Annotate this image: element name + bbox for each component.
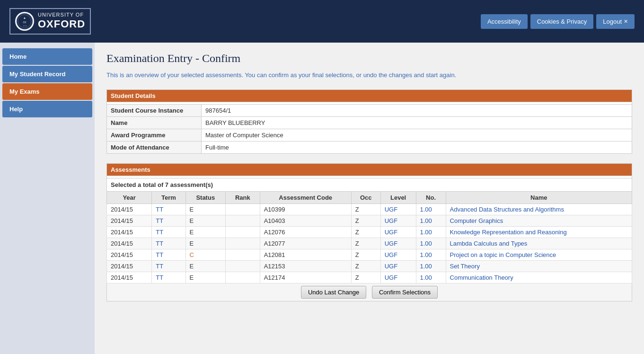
assessment-name-link[interactable]: Knowledge Representation and Reasoning [450, 229, 567, 236]
assessment-term: TT [152, 249, 185, 260]
assessment-name-link[interactable]: Project on a topic in Computer Science [450, 251, 556, 258]
assessment-name[interactable]: Set Theory [446, 260, 632, 272]
assessment-no: 1.00 [420, 206, 432, 213]
assessment-level: UGF [380, 204, 416, 215]
assessment-term: TT [152, 226, 185, 238]
assessment-name[interactable]: Advanced Data Structures and Algorithms [446, 204, 632, 215]
assessment-term: TT [156, 206, 163, 213]
assessment-rank [225, 226, 260, 238]
assessment-no: 1.00 [420, 263, 432, 270]
assessment-occ: Z [351, 249, 380, 260]
oxford-crest-icon: ✦ OX ✦✦✦ [15, 12, 34, 31]
detail-label: Award Programme [107, 129, 202, 141]
assessment-code: A12076 [260, 226, 351, 238]
assessment-name-link[interactable]: Communication Theory [450, 274, 513, 281]
action-buttons-row: Undo Last Change Confirm Selections [107, 283, 632, 301]
sidebar: Home My Student Record My Exams Help [0, 43, 95, 354]
sidebar-item-help[interactable]: Help [2, 101, 92, 117]
assessment-year: 2014/15 [107, 272, 152, 283]
undo-last-change-button[interactable]: Undo Last Change [301, 286, 366, 299]
assessment-name[interactable]: Lambda Calculus and Types [446, 238, 632, 249]
col-header-term: Term [152, 191, 185, 204]
assessment-status: E [185, 238, 225, 249]
assessment-no: 1.00 [420, 217, 432, 224]
assessment-term: TT [152, 238, 185, 249]
detail-label: Student Course Instance [107, 104, 202, 116]
assessment-status: E [185, 215, 225, 226]
assessment-code: A12153 [260, 260, 351, 272]
assessment-level: UGF [385, 240, 397, 247]
detail-value: BARRY BLUEBERRY [202, 116, 632, 129]
assessment-level: UGF [385, 206, 397, 213]
assessment-name[interactable]: Computer Graphics [446, 215, 632, 226]
assessment-name[interactable]: Communication Theory [446, 272, 632, 283]
assessment-level: UGF [385, 229, 397, 236]
confirm-selections-button[interactable]: Confirm Selections [372, 286, 438, 299]
assessment-year: 2014/15 [107, 249, 152, 260]
assessment-occ: Z [351, 226, 380, 238]
accessibility-button[interactable]: Accessibility [481, 14, 528, 29]
assessment-row: 2014/15 TT E A12077 Z UGF 1.00 Lambda Ca… [107, 238, 632, 249]
assessment-term: TT [156, 217, 163, 224]
assessment-level: UGF [385, 217, 397, 224]
info-text: This is an overview of your selected ass… [106, 71, 632, 80]
student-details-section: Student Details Student Course Instance … [106, 89, 632, 154]
sidebar-item-home[interactable]: Home [2, 48, 92, 65]
logo-area: ✦ OX ✦✦✦ UNIVERSITY OF OXFORD [9, 8, 91, 35]
assessment-occ: Z [351, 215, 380, 226]
assessment-no: 1.00 [420, 251, 432, 258]
header-nav: Accessibility Cookies & Privacy Logout ✕ [481, 14, 635, 29]
university-label: UNIVERSITY OF [38, 12, 85, 18]
assessment-name-link[interactable]: Advanced Data Structures and Algorithms [450, 206, 564, 213]
assessment-level: UGF [385, 263, 397, 270]
col-header-status: Status [185, 191, 225, 204]
student-detail-row: Student Course Instance 987654/1 [107, 104, 632, 116]
assessment-level: UGF [380, 272, 416, 283]
col-header-level: Level [380, 191, 416, 204]
detail-value: Master of Computer Science [202, 129, 632, 141]
col-header-assessment-code: Assessment Code [260, 191, 351, 204]
detail-label: Name [107, 116, 202, 129]
assessment-occ: Z [351, 204, 380, 215]
assessment-rank [225, 204, 260, 215]
assessment-occ: Z [351, 260, 380, 272]
svg-text:✦✦✦: ✦✦✦ [23, 25, 27, 27]
cookies-privacy-button[interactable]: Cookies & Privacy [530, 14, 593, 29]
assessments-table: Assessments Selected a total of 7 assess… [106, 163, 632, 301]
assessment-level: UGF [385, 274, 397, 281]
assessment-name[interactable]: Project on a topic in Computer Science [446, 249, 632, 260]
assessment-term: TT [156, 251, 163, 258]
assessment-no-value: 1.00 [416, 249, 446, 260]
assessment-no-value: 1.00 [416, 204, 446, 215]
assessment-no-value: 1.00 [416, 238, 446, 249]
col-header-no-: No. [416, 191, 446, 204]
oxford-label: OXFORD [38, 18, 85, 30]
svg-text:OX: OX [23, 21, 26, 24]
logout-button[interactable]: Logout ✕ [596, 14, 635, 29]
assessment-year: 2014/15 [107, 215, 152, 226]
assessment-name-link[interactable]: Lambda Calculus and Types [450, 240, 528, 247]
assessment-code: A12077 [260, 238, 351, 249]
assessment-year: 2014/15 [107, 260, 152, 272]
header: ✦ OX ✦✦✦ UNIVERSITY OF OXFORD Accessibil… [0, 0, 644, 43]
assessment-term: TT [152, 260, 185, 272]
logo-text: UNIVERSITY OF OXFORD [38, 12, 85, 31]
assessment-year: 2014/15 [107, 204, 152, 215]
assessment-name[interactable]: Knowledge Representation and Reasoning [446, 226, 632, 238]
assessment-status: C [185, 249, 225, 260]
assessment-name-link[interactable]: Computer Graphics [450, 217, 503, 224]
assessment-code: A12081 [260, 249, 351, 260]
sidebar-item-student-record[interactable]: My Student Record [2, 66, 92, 82]
detail-label: Mode of Attendance [107, 141, 202, 153]
assessment-name-link[interactable]: Set Theory [450, 263, 480, 270]
assessment-level: UGF [380, 226, 416, 238]
sidebar-item-my-exams[interactable]: My Exams [2, 83, 92, 100]
layout: Home My Student Record My Exams Help Exa… [0, 43, 644, 354]
detail-value: 987654/1 [202, 104, 632, 116]
assessment-year: 2014/15 [107, 238, 152, 249]
assessment-row: 2014/15 TT E A12174 Z UGF 1.00 Communica… [107, 272, 632, 283]
assessment-no-value: 1.00 [416, 226, 446, 238]
student-detail-row: Award Programme Master of Computer Scien… [107, 129, 632, 141]
assessment-code: A12174 [260, 272, 351, 283]
assessment-rank [225, 272, 260, 283]
